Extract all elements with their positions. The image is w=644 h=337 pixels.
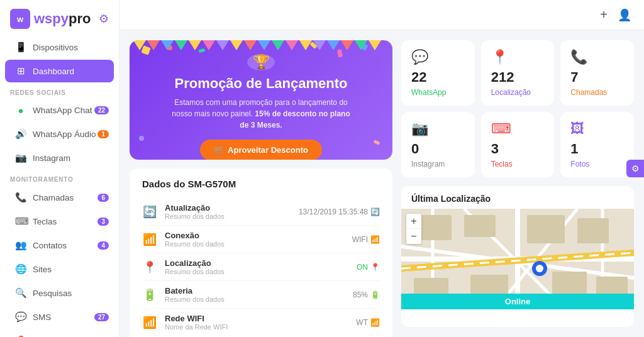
zoom-in-button[interactable]: +	[406, 214, 421, 229]
phone-call-icon: 📞	[15, 192, 26, 203]
row-label: Bateria	[165, 286, 345, 296]
device-row-conexao: 📶 Conexão Resumo dos dados WIFI 📶	[142, 226, 380, 253]
sidebar: w wspypro ⚙ 📱 Dispositivos ⊞ Dashboard R…	[0, 0, 119, 337]
stat-card-instagram[interactable]: 📷 0 Instagram	[401, 112, 475, 177]
sidebar-item-label: WhatsApp Áudio	[33, 130, 96, 139]
flag	[272, 40, 284, 50]
sidebar-item-label: WhatsApp Chat	[33, 106, 92, 115]
sidebar-item-contatos[interactable]: 👥 Contatos 4	[5, 234, 114, 257]
flag	[327, 40, 340, 50]
confetti-piece	[360, 43, 368, 50]
row-value: ON 📍	[357, 263, 380, 272]
keyboard-icon: ⌨	[15, 216, 26, 227]
sidebar-item-label: Chamadas	[33, 193, 74, 202]
sidebar-item-sites[interactable]: 🌐 Sites	[5, 258, 114, 280]
whatsapp-stat-icon: 💬	[411, 49, 428, 65]
bunting	[130, 40, 392, 50]
wifi-icon: 📶	[142, 233, 157, 246]
sidebar-item-instagram[interactable]: 📷 Instagram	[5, 146, 114, 169]
sidebar-item-dashboard[interactable]: ⊞ Dashboard	[5, 60, 114, 82]
audio-icon: 🔊	[15, 128, 26, 140]
sidebar-item-label: Sites	[33, 265, 52, 274]
map-container[interactable]: + − Online	[401, 209, 634, 309]
phone-icon: 📱	[15, 41, 26, 53]
flag	[286, 40, 298, 50]
flag	[313, 40, 326, 50]
search-icon: 🔍	[15, 287, 26, 299]
stat-card-localizacao[interactable]: 📍 212 Localização	[481, 40, 555, 106]
stat-card-whatsapp[interactable]: 💬 22 WhatsApp	[401, 40, 475, 106]
right-gear-button[interactable]: ⚙	[626, 160, 644, 177]
trophy-icon: 🏆	[247, 54, 275, 70]
map-title: Última Localização	[401, 186, 634, 209]
sidebar-item-dispositivos[interactable]: 📱 Dispositivos	[5, 36, 114, 58]
row-sub: Nome da Rede WIFI	[165, 323, 348, 331]
row-label: Atualização	[165, 203, 291, 213]
teclas-stat-icon: ⌨	[491, 121, 511, 137]
device-row-info: Localização Resumo dos dados	[165, 258, 349, 275]
user-icon[interactable]: 👤	[618, 8, 631, 22]
confetti-piece	[167, 45, 172, 50]
add-icon[interactable]: +	[600, 8, 608, 22]
svg-rect-11	[464, 215, 496, 237]
flag	[355, 40, 367, 50]
instagram-icon: 📷	[15, 152, 26, 163]
zoom-out-button[interactable]: −	[406, 229, 421, 244]
sidebar-item-whatsapp-chat[interactable]: ● WhatsApp Chat 22	[5, 99, 114, 121]
contacts-icon: 👥	[15, 240, 26, 251]
fotos-stat-number: 1	[570, 141, 578, 157]
battery-small-icon: 🔋	[370, 290, 380, 299]
wifi-small-icon: 📶	[370, 235, 380, 244]
content-area: 🏆 Promoção de Lançamento Estamos com uma…	[119, 30, 644, 337]
device-row-info: Bateria Resumo dos dados	[165, 286, 345, 303]
online-badge: Online	[401, 294, 634, 309]
device-row-rede-wifi: 📶 Rede WIFI Nome da Rede WIFI WT 📶	[142, 309, 380, 336]
promo-button[interactable]: 🛒 Aproveitar Desconto	[200, 140, 322, 160]
sidebar-item-label: Contatos	[33, 241, 67, 250]
wifi2-icon: 📶	[142, 316, 157, 329]
stat-card-fotos[interactable]: 🖼 1 Fotos	[560, 112, 634, 177]
instagram-stat-number: 0	[411, 141, 419, 157]
settings-icon[interactable]: ⚙	[99, 12, 109, 26]
flag	[369, 40, 381, 50]
device-row-localizacao: 📍 Localização Resumo dos dados ON 📍	[142, 253, 380, 281]
chamadas-badge: 6	[97, 194, 109, 202]
sidebar-item-whatsapp-audio[interactable]: 🔊 WhatsApp Áudio 1	[5, 123, 114, 145]
confetti-piece	[373, 140, 380, 145]
sidebar-item-label: Pesquisas	[33, 289, 72, 298]
location-green-icon: 📍	[370, 263, 380, 272]
sidebar-item-localizacao[interactable]: 📍 Localização 188	[5, 329, 114, 337]
row-value: 13/12/2019 15:35:48 🔄	[299, 207, 380, 216]
sidebar-item-pesquisas[interactable]: 🔍 Pesquisas	[5, 282, 114, 304]
topbar: + 👤	[119, 0, 644, 30]
contatos-badge: 4	[97, 241, 109, 250]
chamadas-stat-label: Chamadas	[570, 88, 607, 97]
device-row-info: Rede WIFI Nome da Rede WIFI	[165, 314, 348, 331]
promo-button-label: Aproveitar Desconto	[228, 145, 308, 155]
cart-icon: 🛒	[214, 145, 224, 155]
device-row-bateria: 🔋 Bateria Resumo dos dados 85% 🔋	[142, 281, 380, 309]
promo-banner: 🏆 Promoção de Lançamento Estamos com uma…	[130, 40, 392, 160]
row-label: Conexão	[165, 231, 345, 240]
map-card: Última Localização	[401, 186, 634, 327]
whatsapp-audio-badge: 1	[97, 130, 109, 138]
stat-card-teclas[interactable]: ⌨ 3 Teclas	[481, 112, 555, 177]
sidebar-item-chamadas[interactable]: 📞 Chamadas 6	[5, 186, 114, 209]
stat-card-chamadas[interactable]: 📞 7 Chamadas	[560, 40, 634, 106]
confetti-piece	[199, 48, 206, 53]
whatsapp-icon: ●	[15, 105, 26, 116]
sidebar-item-sms[interactable]: 💬 SMS 27	[5, 306, 114, 328]
localizacao-stat-icon: 📍	[491, 49, 508, 65]
row-sub: Resumo dos dados	[165, 268, 349, 275]
fotos-stat-icon: 🖼	[570, 121, 584, 137]
device-row-info: Atualização Resumo dos dados	[165, 203, 291, 220]
row-sub: Resumo dos dados	[165, 296, 345, 303]
device-card-title: Dados do SM-G570M	[142, 179, 380, 189]
row-sub: Resumo dos dados	[165, 213, 291, 220]
sms-badge: 27	[94, 313, 109, 321]
location-row-icon: 📍	[142, 260, 157, 274]
sidebar-item-teclas[interactable]: ⌨ Teclas 3	[5, 210, 114, 233]
device-card: Dados do SM-G570M 🔄 Atualização Resumo d…	[130, 168, 392, 337]
flag	[161, 40, 174, 50]
globe-icon: 🌐	[15, 263, 26, 275]
